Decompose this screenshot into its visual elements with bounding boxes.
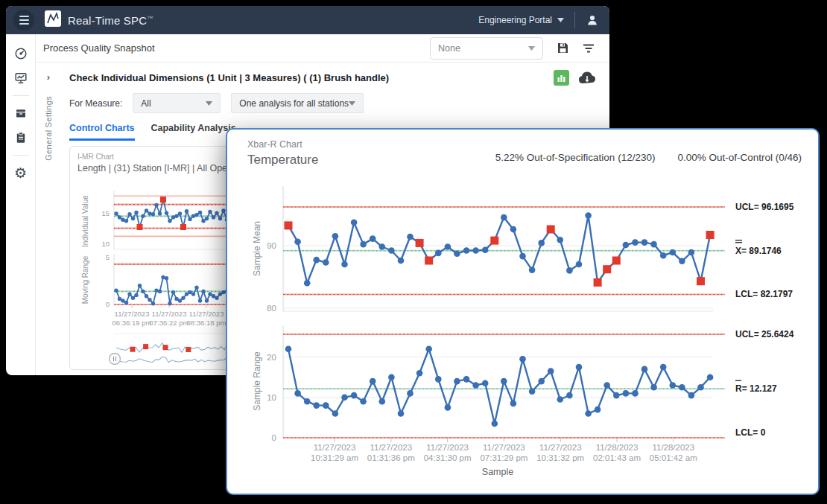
svg-text:LCL= 82.1797: LCL= 82.1797	[735, 289, 793, 299]
svg-text:01:31:36 pm: 01:31:36 pm	[367, 453, 415, 462]
sidebar-item-settings[interactable]: ⚙	[10, 162, 31, 183]
caret-down-icon	[349, 101, 355, 106]
page-title: Process Quality Snapshot	[43, 42, 155, 54]
svg-text:UCL= 96.1695: UCL= 96.1695	[735, 202, 794, 212]
svg-text:11/27/2023: 11/27/2023	[314, 443, 356, 452]
xbar-window: 8090UCL= 96.1695X= 89.1746LCL= 82.1797Sa…	[226, 128, 820, 495]
monitor-chart-icon	[14, 71, 28, 85]
svg-text:02:01:43 am: 02:01:43 am	[593, 453, 641, 462]
tab-control-charts[interactable]: Control Charts	[69, 123, 135, 141]
app-title: Real-Time SPC™	[68, 14, 153, 27]
svg-text:10: 10	[267, 393, 276, 402]
toolbar: Process Quality Snapshot None	[36, 34, 609, 63]
sidebar-item-archive[interactable]	[10, 103, 31, 124]
svg-text:0: 0	[106, 300, 110, 308]
svg-text:11/27/2023: 11/27/2023	[483, 443, 525, 452]
svg-text:11/27/2023: 11/27/2023	[370, 443, 412, 452]
svg-text:11/27/2023: 11/27/2023	[426, 443, 469, 452]
general-settings-rail: › General Settings	[36, 63, 61, 375]
sidebar-divider	[13, 155, 29, 156]
export-chart-icon	[557, 73, 566, 83]
archive-icon	[14, 106, 28, 120]
svg-text:06:36:19 pm: 06:36:19 pm	[113, 319, 152, 327]
svg-text:11/27/2023: 11/27/2023	[115, 310, 150, 318]
download-button[interactable]	[578, 71, 596, 84]
svg-text:10:31:29 am: 10:31:29 am	[311, 453, 358, 462]
svg-text:11/28/2023: 11/28/2023	[596, 443, 639, 452]
sidebar-item-dashboard[interactable]	[10, 43, 31, 64]
panel-title: Check Individual Dimensions (1 Unit | 3 …	[69, 70, 389, 83]
export-chart-button[interactable]	[554, 70, 569, 86]
svg-text:11/28/2023: 11/28/2023	[652, 443, 694, 452]
save-button[interactable]	[557, 42, 569, 54]
svg-text:07:36:22 pm: 07:36:22 pm	[150, 319, 189, 327]
svg-text:X= 89.1746: X= 89.1746	[735, 246, 782, 256]
general-settings-label: General Settings	[44, 96, 53, 161]
gauge-icon	[14, 47, 28, 60]
preset-value: None	[438, 43, 460, 54]
svg-text:20: 20	[267, 353, 276, 362]
sidebar-item-tasks[interactable]	[10, 127, 31, 148]
svg-text:80: 80	[267, 304, 276, 313]
analysis-select[interactable]: One analysis for all stations	[231, 93, 364, 113]
filter-icon	[583, 43, 595, 54]
svg-text:07:31:29 pm: 07:31:29 pm	[480, 453, 527, 462]
svg-text:R= 12.127: R= 12.127	[735, 383, 777, 394]
svg-text:10:31:32 pm: 10:31:32 pm	[536, 453, 584, 462]
download-cloud-icon	[578, 71, 596, 84]
xbar-chart-title: Temperature	[247, 153, 318, 168]
gear-icon: ⚙	[14, 166, 27, 180]
sidebar-divider	[13, 95, 29, 96]
collapse-button[interactable]: ›	[47, 71, 50, 83]
svg-text:LCL= 0: LCL= 0	[735, 427, 766, 438]
app-logo	[45, 10, 61, 30]
svg-text:08:36:18 pm: 08:36:18 pm	[187, 319, 226, 327]
caret-down-icon	[557, 18, 564, 22]
measure-select[interactable]: All	[133, 93, 221, 113]
svg-text:04:31:30 pm: 04:31:30 pm	[424, 453, 472, 462]
svg-text:5: 5	[106, 253, 110, 261]
sidebar-item-monitoring[interactable]	[10, 68, 31, 89]
svg-text:90: 90	[267, 241, 276, 250]
screen: Real-Time SPC™ Engineering Portal	[0, 0, 827, 504]
sidebar: ⚙	[6, 34, 36, 375]
stat-out-of-spec: 5.22% Out-of-Specification (12/230)	[495, 152, 656, 163]
clipboard-icon	[14, 131, 28, 144]
header-divider	[574, 12, 575, 28]
caret-down-icon	[206, 101, 212, 106]
hamburger-menu-icon[interactable]	[13, 10, 34, 31]
tab-capability-analysis[interactable]: Capability Analysis	[151, 123, 236, 141]
svg-text:Moving Range: Moving Range	[81, 255, 89, 304]
xbar-chart-label: Xbar-R Chart	[247, 139, 318, 150]
svg-text:11/27/2023: 11/27/2023	[539, 443, 582, 452]
svg-text:11/27/2023: 11/27/2023	[189, 310, 224, 318]
app-header: Real-Time SPC™ Engineering Portal	[6, 6, 609, 34]
svg-text:Individual Value: Individual Value	[81, 195, 89, 247]
svg-text:15: 15	[101, 209, 110, 217]
preset-select[interactable]: None	[430, 37, 543, 60]
svg-text:UCL= 25.6424: UCL= 25.6424	[735, 329, 794, 339]
svg-text:10: 10	[101, 240, 110, 248]
portal-menu[interactable]: Engineering Portal	[478, 15, 564, 25]
xbar-chart-svg[interactable]: 8090UCL= 96.1695X= 89.1746LCL= 82.1797Sa…	[227, 130, 818, 494]
save-icon	[557, 42, 569, 54]
svg-text:11/27/2023: 11/27/2023	[152, 310, 187, 318]
user-icon[interactable]	[586, 13, 599, 27]
svg-text:Sample: Sample	[482, 467, 513, 477]
svg-text:Sample Range: Sample Range	[252, 351, 262, 411]
caret-down-icon	[528, 46, 535, 51]
xbar-stats: 5.22% Out-of-Specification (12/230) 0.00…	[495, 152, 802, 163]
svg-text:Sample Mean: Sample Mean	[252, 221, 262, 276]
stat-out-of-control: 0.00% Out-of-Control (0/46)	[677, 152, 802, 163]
svg-text:05:01:42 am: 05:01:42 am	[650, 453, 697, 462]
for-measure-label: For Measure:	[69, 98, 122, 109]
svg-text:0: 0	[272, 433, 276, 442]
navigator-handle[interactable]	[110, 354, 121, 365]
filter-button[interactable]	[583, 43, 595, 54]
